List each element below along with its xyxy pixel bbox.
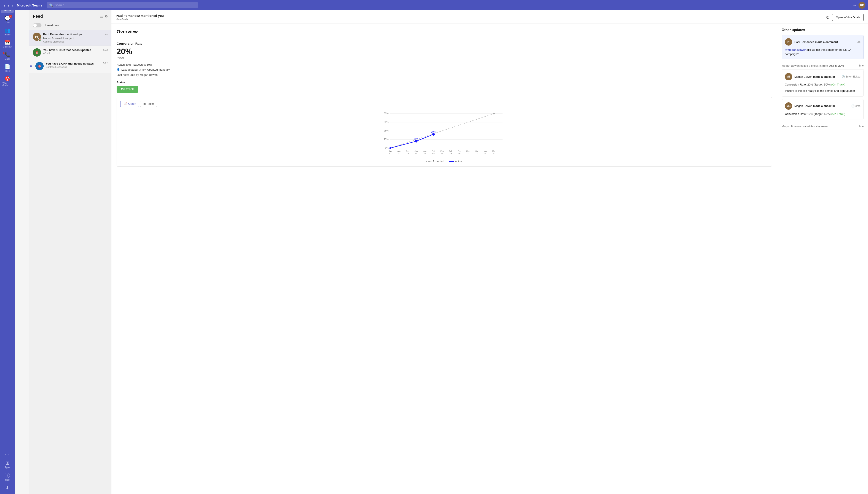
main-content: Overview Conversion Rate 20% / 50% Reach…	[111, 24, 777, 494]
sidebar-item-chat[interactable]: 💬 7 Chat	[1, 14, 14, 25]
graph-tab[interactable]: 📈 Graph	[120, 101, 139, 107]
feed-item[interactable]: PF 🎯 Patti Fernandez mentioned you ··· M…	[30, 30, 111, 46]
unread-label: Unread only	[44, 24, 59, 27]
sidebar-item-teams[interactable]: 👥 Teams	[1, 26, 14, 38]
svg-text:50%: 50%	[384, 112, 388, 115]
megan-avatar-2: MB	[785, 102, 792, 110]
checkin-rate-2: Conversion Rate: 10% (Target: 50%) (On T…	[785, 112, 861, 116]
svg-text:0%: 0%	[385, 147, 389, 149]
svg-marker-42	[493, 113, 495, 115]
sidebar-label-help: Help	[5, 479, 10, 481]
feed-items: PF 🎯 Patti Fernandez mentioned you ··· M…	[30, 30, 111, 494]
table-tab-icon: ⊞	[143, 102, 146, 106]
table-tab[interactable]: ⊞ Table	[140, 101, 157, 107]
feed-item[interactable]: 🎯 You have 1 OKR that needs updates 5/22…	[30, 46, 111, 59]
on-track-badge: On Track	[117, 86, 138, 93]
svg-text:Jan: Jan	[406, 150, 409, 152]
comment-card-header: PF Patti Fernandez made a comment 2m	[785, 38, 861, 45]
last-updated-row: 👤 Last updated: 3mo • Updated manually	[117, 67, 772, 72]
app-badge: 🎯	[38, 38, 41, 41]
created-text: Megan Bowen created this Key result	[782, 125, 828, 128]
svg-text:Jan: Jan	[397, 150, 401, 152]
chart-legend: Expected Actual	[120, 160, 768, 163]
sidebar-item-more[interactable]: ···	[1, 450, 14, 458]
checkin-time-text-2: 3mo	[855, 104, 861, 108]
search-input[interactable]	[55, 3, 195, 7]
svg-text:25%: 25%	[384, 129, 388, 132]
checkin-header-1: MB Megan Bowen made a check-in 🕐 3mo • E…	[785, 73, 861, 80]
checkin-action-2: made a check-in	[813, 104, 835, 108]
sidebar: 🔔 Activity 💬 7 Chat 👥 Teams 📅 Calendar 📞…	[0, 0, 15, 494]
more-button[interactable]: ···	[105, 33, 108, 37]
svg-text:29: 29	[424, 152, 426, 154]
patti-avatar: PF	[785, 38, 792, 45]
section-divider	[117, 38, 772, 38]
checkin-time-text-1: 3mo • Edited	[846, 75, 861, 78]
svg-text:Jan: Jan	[423, 150, 426, 152]
svg-text:Mar: Mar	[475, 150, 479, 152]
sidebar-item-vivagoals[interactable]: 🎯 Viva Goals	[1, 75, 14, 88]
svg-text:Mar: Mar	[492, 150, 496, 152]
content-body: Overview Conversion Rate 20% / 50% Reach…	[111, 24, 868, 494]
svg-text:Jan: Jan	[414, 150, 418, 152]
content-header-info: Patti Fernandez mentioned you Viva Goals	[116, 14, 826, 21]
feed-item-name: Patti Fernandez mentioned you	[43, 33, 83, 36]
checkin-body-2: Conversion Rate: 10% (Target: 50%) (On T…	[785, 112, 861, 116]
sidebar-item-files[interactable]: 📄 Files	[1, 63, 14, 74]
edit-to: 20%	[838, 64, 844, 68]
svg-point-44	[415, 140, 418, 142]
more-icon[interactable]: ···	[853, 3, 856, 7]
svg-text:19: 19	[484, 152, 486, 154]
feed-item-name: You have 1 OKR that needs updates	[46, 62, 94, 65]
svg-point-51	[450, 160, 452, 163]
last-updated-text: Last updated: 3mo • Updated manually	[121, 67, 170, 72]
sidebar-label-calls: Calls	[5, 58, 10, 60]
sidebar-label-apps: Apps	[5, 466, 10, 469]
svg-text:13%: 13%	[384, 138, 388, 140]
feed-item-header: You have 1 OKR that needs updates 5/22	[43, 49, 108, 52]
sidebar-item-apps[interactable]: ⊞ Apps	[1, 459, 14, 470]
chart-tabs: 📈 Graph ⊞ Table	[120, 101, 768, 107]
graph-tab-icon: 📈	[123, 102, 127, 106]
user-icon: 👤	[117, 67, 120, 72]
feed-panel: Feed ☰ ⚙ Unread only PF 🎯 Patti Fernande…	[30, 11, 111, 494]
graph-tab-label: Graph	[128, 102, 136, 106]
metric-target: / 50%	[117, 57, 772, 60]
actual-legend: Actual	[449, 160, 462, 163]
comment-body: @Megan Bowen did we get the signoff for …	[785, 48, 861, 56]
comment-time: 2m	[857, 40, 861, 43]
checkin-name-text-1: Megan Bowen	[794, 75, 813, 78]
sidebar-item-download[interactable]: ⬇	[1, 483, 14, 492]
feed-filter: Unread only	[30, 21, 111, 30]
edit-text: Megan Bowen edited a check-in from	[782, 64, 829, 68]
on-track-status-1: (On Track)	[831, 83, 845, 86]
svg-text:08: 08	[398, 152, 400, 154]
content-header: Patti Fernandez mentioned you Viva Goals…	[111, 11, 868, 24]
grid-icon[interactable]: ⋮⋮⋮	[3, 3, 14, 7]
created-time: 3mo	[859, 125, 864, 128]
sidebar-item-calendar[interactable]: 📅 Calendar	[1, 38, 14, 50]
open-viva-goals-button[interactable]: Open in Viva Goals	[832, 14, 864, 21]
search-icon: 🔍	[49, 3, 53, 7]
metric-label: Conversion Rate	[117, 42, 772, 45]
status-label: Status	[117, 81, 772, 84]
sidebar-label-calendar: Calendar	[3, 45, 12, 48]
checkin-body-1: Conversion Rate: 20% (Target: 50%) (On T…	[785, 82, 861, 93]
created-note: Megan Bowen created this Key result 3mo	[782, 122, 864, 131]
refresh-button[interactable]: ↻	[826, 15, 830, 20]
svg-text:Feb: Feb	[432, 150, 435, 152]
avatar[interactable]: PF	[859, 2, 865, 8]
sidebar-item-calls[interactable]: 📞 Calls	[1, 51, 14, 62]
chat-badge: 7	[9, 15, 12, 18]
svg-text:26: 26	[458, 152, 460, 154]
filter-icon[interactable]: ☰	[100, 14, 103, 18]
mention-text: @Megan Bowen	[785, 48, 807, 51]
sidebar-item-help[interactable]: ? Help	[1, 471, 14, 483]
checkin-name-text-2: Megan Bowen	[794, 104, 813, 108]
feed-item[interactable]: 🎯 You have 1 OKR that needs updates 5/22…	[30, 59, 111, 73]
comment-card: PF Patti Fernandez made a comment 2m @Me…	[782, 35, 864, 59]
unread-toggle[interactable]	[33, 23, 41, 27]
calls-dot	[3, 52, 4, 54]
clock-icon-2: 🕐	[851, 104, 855, 108]
settings-icon[interactable]: ⚙	[105, 14, 108, 18]
